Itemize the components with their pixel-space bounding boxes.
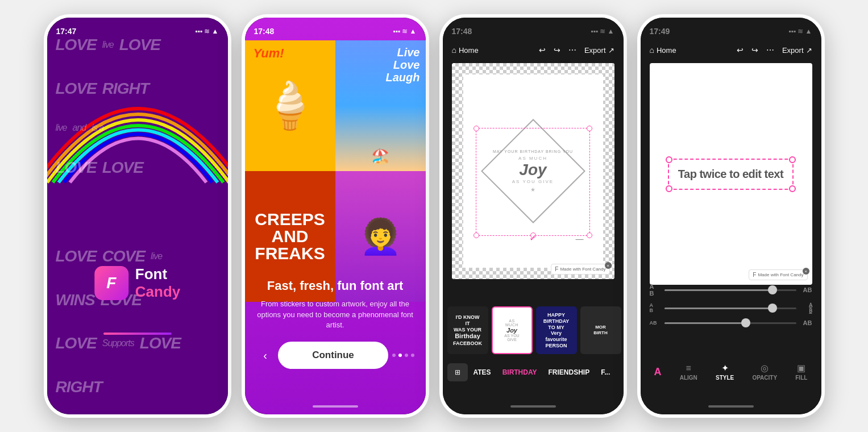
time-1: 17:47 xyxy=(56,27,77,36)
template-2-active[interactable]: AS MUCH Joy AS YOU GIVE xyxy=(492,306,533,354)
category-friendship[interactable]: FRIENDSHIP xyxy=(543,368,596,376)
continue-button[interactable]: Continue xyxy=(278,342,388,369)
home-label-4: Home xyxy=(657,46,676,55)
slider-label-right-1: AB xyxy=(801,286,812,293)
dot-4 xyxy=(411,354,414,357)
templates-row: I'D KNOW ITWAS YOURBirthdayFACEBOOK AS M… xyxy=(443,306,624,358)
handle-br[interactable] xyxy=(587,232,592,238)
collage-grid: 🍦 Yum! LiveLoveLaugh 🏖️ CREEPSANDFREAKS xyxy=(245,40,426,302)
status-bar-4: 17:49 ▪▪▪ ≋ ▲ xyxy=(641,18,821,40)
slider-label-left-3: AB xyxy=(650,320,660,326)
bg-words: LOVEliveLOVE LOVERIGHT liveandis a LOVEL… xyxy=(47,18,228,414)
watermark-close-4[interactable]: × xyxy=(803,268,809,275)
category-birthday[interactable]: BIRTHDAY xyxy=(497,368,543,376)
export-icon-4: ↗ xyxy=(806,46,812,55)
status-icons-3: ▪▪▪ ≋ ▲ xyxy=(591,27,614,35)
home-button[interactable]: ⌂ Home xyxy=(452,45,479,55)
slider-row-1: A B AB xyxy=(650,283,812,297)
handle-tr[interactable] xyxy=(587,126,592,131)
person-emoji: 👩‍🦱 xyxy=(359,217,402,257)
topbar-actions: ↩ ↪ ⋯ Export ↗ xyxy=(539,45,614,55)
template-3[interactable]: HAPPYBIRTHDAYTO MYVery favouritePERSON xyxy=(536,306,577,354)
dot-3 xyxy=(405,354,408,357)
toolbar-item-opacity[interactable]: ◎ OPACITY xyxy=(752,363,777,381)
export-button[interactable]: Export ↗ xyxy=(584,46,614,55)
status-icons-4: ▪▪▪ ≋ ▲ xyxy=(788,27,812,35)
toolbar-item-a[interactable]: A xyxy=(654,366,662,378)
template-4[interactable]: MORBIRTH xyxy=(580,306,621,354)
toolbar-style-label: STYLE xyxy=(716,375,734,381)
tap-handle-tl[interactable] xyxy=(666,156,672,163)
home-label: Home xyxy=(459,46,479,55)
status-bar-1: 17:47 ▪▪▪ ≋ ▲ xyxy=(47,18,228,40)
yum-text: Yum! xyxy=(254,46,284,61)
home-icon: ⌂ xyxy=(452,45,456,55)
slider-fill-3 xyxy=(665,322,746,324)
selection-handles[interactable]: ✓ — xyxy=(476,128,589,236)
icecream-emoji: 🍦 xyxy=(261,79,318,132)
slider-row-3: AB AB xyxy=(650,319,812,326)
slider-track-3[interactable] xyxy=(665,322,796,324)
watermark-close[interactable]: × xyxy=(605,262,612,269)
template-1[interactable]: I'D KNOW ITWAS YOURBirthdayFACEBOOK xyxy=(447,306,488,354)
slider-thumb-2[interactable] xyxy=(768,304,777,313)
phone3-topbar: ⌂ Home ↩ ↪ ⋯ Export ↗ xyxy=(443,38,624,63)
home-indicator-2 xyxy=(313,405,358,408)
home-indicator-4 xyxy=(708,405,754,408)
export-label-4: Export xyxy=(782,46,804,55)
more-icon-4[interactable]: ⋯ xyxy=(766,45,774,55)
phone2-nav: ‹ Continue xyxy=(256,342,414,369)
phone-4: 17:49 ▪▪▪ ≋ ▲ ⌂ Home ↩ ↪ ⋯ Export ↗ xyxy=(637,14,825,418)
tap-handle-br[interactable] xyxy=(789,185,796,192)
tap-handle-bl[interactable] xyxy=(666,185,672,192)
undo-icon[interactable]: ↩ xyxy=(539,45,546,55)
phone2-title: Fast, fresh, fun font art xyxy=(256,279,414,293)
tap-text-selection[interactable]: Tap twice to edit text xyxy=(668,159,794,190)
slider-track-1[interactable] xyxy=(665,289,796,291)
slider-thumb-3[interactable] xyxy=(741,318,750,327)
categories-bar: ⊞ ATES BIRTHDAY FRIENDSHIP F... xyxy=(443,362,624,383)
slider-fill-1 xyxy=(665,289,773,291)
dismiss-icon[interactable]: — xyxy=(576,234,584,243)
toolbar-align-icon: ≡ xyxy=(686,363,691,373)
phone4-topbar: ⌂ Home ↩ ↪ ⋯ Export ↗ xyxy=(641,38,821,63)
grid-icon-btn[interactable]: ⊞ xyxy=(447,363,468,381)
export-button-4[interactable]: Export ↗ xyxy=(782,46,812,55)
logo-icon: F xyxy=(94,266,128,300)
redo-icon-4[interactable]: ↪ xyxy=(751,45,758,55)
sliders-section: A B AB AB A̲B̲ xyxy=(641,283,821,332)
toolbar-style-icon: ✦ xyxy=(721,363,729,373)
slider-fill-2 xyxy=(665,308,773,309)
toolbar-item-align[interactable]: ≡ ALIGN xyxy=(680,363,697,381)
back-arrow[interactable]: ‹ xyxy=(256,346,275,364)
home-icon-4: ⌂ xyxy=(650,45,654,55)
toolbar-opacity-label: OPACITY xyxy=(752,375,777,381)
redo-icon[interactable]: ↪ xyxy=(554,45,560,55)
phone-2: 17:48 ▪▪▪ ≋ ▲ 🍦 Yum! LiveLoveLaugh 🏖️ xyxy=(242,14,429,418)
undo-icon-4[interactable]: ↩ xyxy=(737,45,744,55)
slider-label-left-1: A B xyxy=(650,283,660,297)
logo-font-text: Font xyxy=(135,265,180,283)
confirm-icon[interactable]: ✓ xyxy=(529,232,537,243)
toolbar-item-fill[interactable]: ▣ FILL xyxy=(795,363,807,381)
pagination-dots xyxy=(392,354,414,357)
time-3: 17:48 xyxy=(452,27,472,36)
slider-thumb-1[interactable] xyxy=(768,285,777,294)
time-2: 17:48 xyxy=(254,27,275,36)
topbar-actions-4: ↩ ↪ ⋯ Export ↗ xyxy=(737,45,812,55)
phone2-desc: From stickers to custom artwork, enjoy a… xyxy=(256,299,414,330)
more-icon[interactable]: ⋯ xyxy=(568,45,576,55)
slider-track-2[interactable] xyxy=(665,308,796,309)
toolbar-fill-icon: ▣ xyxy=(797,363,805,373)
toolbar-item-style[interactable]: ✦ STYLE xyxy=(716,363,734,381)
tap-text: Tap twice to edit text xyxy=(678,168,783,181)
phone4-canvas[interactable]: Tap twice to edit text × F Made with Fon… xyxy=(650,63,812,285)
toolbar-a-icon: A xyxy=(654,366,662,378)
tap-handle-tr[interactable] xyxy=(789,156,796,163)
category-ates[interactable]: ATES xyxy=(468,368,497,376)
canvas-area-3[interactable]: MAY YOUR BIRTHDAY BRING YOU AS MUCH Joy … xyxy=(452,63,614,279)
status-bar-3: 17:48 ▪▪▪ ≋ ▲ xyxy=(443,18,624,40)
category-more[interactable]: F... xyxy=(595,368,616,376)
handle-tl[interactable] xyxy=(474,126,479,131)
home-button-4[interactable]: ⌂ Home xyxy=(650,45,676,55)
